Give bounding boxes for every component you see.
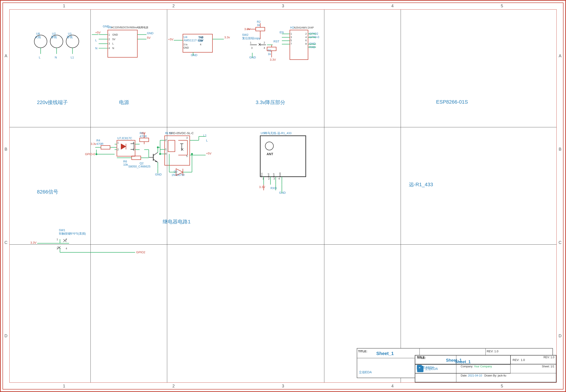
schematic-svg: U8 火线 L U2 零线 N U1 零线 L1 1 2 [10,10,556,382]
svg-text:4: 4 [305,36,307,39]
svg-text:SW1: SW1 [59,228,65,232]
svg-text:U7: U7 [117,137,121,140]
row-c: C [2,196,9,289]
svg-text:3: 3 [251,47,253,49]
svg-text:GND: GND [147,31,153,35]
svg-line-140 [153,153,158,156]
svg-text:R6: R6 [123,160,127,163]
grid-letters-right: A B C D [557,1,564,391]
title-block: TITLE: Sheet_1 REV: 1.0 ☁ 立创EDA TITLE: S… [415,355,556,382]
svg-text:1k: 1k [268,52,271,56]
grid-letters-left: A B C D [2,1,9,391]
svg-text:+5V: +5V [95,31,101,34]
svg-text:AC220V转DC5V/600mA隔离电源: AC220V转DC5V/600mA隔离电源 [111,26,149,29]
svg-rect-131 [140,138,149,142]
svg-text:3: 3 [108,42,110,45]
svg-text:1: 1 [108,33,110,36]
svg-text:U5: U5 [261,131,265,135]
svg-text:4: 4 [133,141,134,144]
svg-text:2: 2 [165,139,166,141]
svg-text:H2: H2 [290,26,294,29]
svg-text:L: L [39,56,40,59]
svg-text:1k: 1k [257,23,260,27]
row-b: B [2,103,9,196]
svg-text:GND: GND [183,46,189,49]
svg-text:5: 5 [291,39,292,42]
svg-text:3.3V: 3.3V [270,58,276,61]
svg-rect-107 [101,146,110,149]
svg-text:GPIO-0: GPIO-0 [85,153,95,156]
col-b-5: 5 [447,383,557,390]
svg-rect-190 [260,136,306,177]
svg-text:S8050_C466625: S8050_C466625 [128,165,150,168]
svg-text:立创EDA: 立创EDA [359,370,372,374]
svg-text:1: 1 [291,32,292,35]
svg-text:GPIO2: GPIO2 [309,32,318,35]
svg-text:R2: R2 [257,20,261,24]
row-r-c: C [557,196,564,289]
schematic-page: 1 2 3 4 5 1 2 3 4 5 A B C D A B C D 220v… [0,0,566,392]
svg-text:GND: GND [103,25,109,28]
svg-text:3: 3 [133,148,134,151]
svg-text:3.3V: 3.3V [259,185,265,189]
svg-point-249 [95,153,97,155]
row-r-a: A [557,9,564,103]
svg-text:SRD-05VDC-SL-C: SRD-05VDC-SL-C [169,131,194,135]
row-a: A [2,9,9,103]
svg-text:L: L [112,42,114,45]
col-3: 3 [228,2,338,9]
svg-text:GND: GND [279,191,286,194]
col-b-4: 4 [338,383,447,390]
svg-text:4: 4 [200,43,201,46]
svg-text:JC817C: JC817C [121,137,132,140]
svg-text:GND: GND [279,172,281,177]
col-5: 5 [447,2,557,9]
svg-text:N: N [55,56,57,59]
svg-text:470R: 470R [96,142,104,146]
svg-text:DAT: DAT [267,173,270,177]
svg-text:GPIO2: GPIO2 [136,251,145,254]
svg-text:+5V: +5V [140,131,146,135]
svg-text:3: 3 [273,177,275,180]
svg-text:10k: 10k [123,163,128,166]
svg-text:Out: Out [198,39,203,42]
svg-text:2: 2 [117,148,119,151]
svg-text:3.3v: 3.3v [91,142,96,146]
svg-text:火线: 火线 [35,35,41,39]
svg-text:D2: D2 [174,170,178,173]
svg-text:1: 1 [165,148,166,151]
svg-text:1: 1 [117,141,119,144]
svg-text:5V: 5V [147,36,150,40]
svg-text:U1: U1 [68,32,72,35]
svg-text:2: 2 [305,32,307,35]
svg-text:SW2: SW2 [242,33,249,37]
svg-text:470R: 470R [140,135,147,138]
svg-text:2: 2 [268,177,269,180]
svg-text:6: 6 [305,39,307,42]
svg-text:3: 3 [291,36,292,39]
svg-text:零线: 零线 [51,35,57,39]
svg-text:5: 5 [186,155,188,157]
svg-text:蜂鸟无线-远-R1_433: 蜂鸟无线-远-R1_433 [264,131,291,135]
svg-rect-149 [132,156,141,160]
svg-text:零线: 零线 [67,35,73,39]
svg-text:Q2: Q2 [140,162,143,165]
svg-text:5V: 5V [112,38,116,41]
svg-text:GND: GND [249,56,256,59]
svg-text:U8: U8 [36,32,40,35]
svg-text:+5V: +5V [206,152,211,155]
svg-text:N: N [95,47,97,50]
svg-text:1: 1 [250,41,252,44]
svg-text:L: L [95,39,97,42]
svg-text:GPIO-0: GPIO-0 [309,35,319,39]
svg-text:7: 7 [291,42,292,45]
svg-text:GND: GND [155,173,162,176]
svg-text:2: 2 [108,38,110,41]
svg-text:2: 2 [264,41,265,44]
svg-text:复位按钮copy: 复位按钮copy [242,37,260,40]
svg-text:4: 4 [108,47,110,50]
svg-text:3 In: 3 In [183,43,188,46]
svg-text:DAT: DAT [272,173,275,177]
grid-numbers-bottom: 1 2 3 4 5 [1,383,565,390]
svg-text:RST: RST [273,40,279,43]
